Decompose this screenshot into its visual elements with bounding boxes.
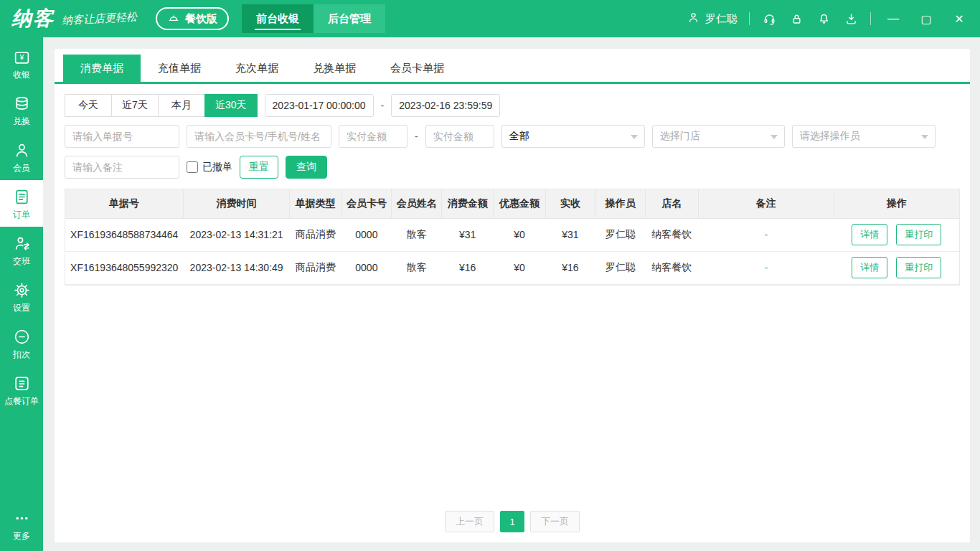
col-type: 单据类型 <box>290 189 341 218</box>
app-logo: 纳客 <box>11 5 55 32</box>
sidebar-item-member[interactable]: 会员 <box>0 133 43 180</box>
reprint-button[interactable]: 重打印 <box>896 224 941 245</box>
prev-page-button[interactable]: 上一页 <box>445 511 494 532</box>
col-member: 会员姓名 <box>392 189 442 218</box>
tab-back-management[interactable]: 后台管理 <box>314 4 385 33</box>
chevron-down-icon <box>921 135 928 139</box>
pagination: 上一页 1 下一页 <box>55 511 970 532</box>
user-menu[interactable]: 罗仁聪 <box>687 11 738 27</box>
tab-exchange-orders[interactable]: 兑换单据 <box>296 55 373 82</box>
cell-actions: 详情 重打印 <box>834 218 959 251</box>
date-from-input[interactable] <box>265 94 374 117</box>
sidebar-item-meal-orders[interactable]: 点餐订单 <box>0 367 43 413</box>
tab-front-cashier[interactable]: 前台收银 <box>242 4 314 33</box>
sidebar-item-shift[interactable]: 交班 <box>0 227 43 273</box>
edition-button[interactable]: 餐饮版 <box>156 7 229 30</box>
svg-text:¥: ¥ <box>19 54 24 62</box>
cell-member: 散客 <box>392 251 442 284</box>
cell-operator: 罗仁聪 <box>595 218 646 251</box>
col-store: 店名 <box>646 189 699 218</box>
table-row: XF16193648588734464 2023-02-13 14:31:21 … <box>65 218 959 251</box>
operator-select[interactable]: 请选择操作员 <box>792 125 936 148</box>
date-separator: - <box>381 100 385 111</box>
topbar: 纳客 纳客让店更轻松 餐饮版 前台收银 后台管理 罗仁聪 <box>0 0 980 37</box>
amount-max-input[interactable] <box>425 125 494 148</box>
divider <box>870 12 871 25</box>
store-select[interactable]: 选择门店 <box>652 125 785 148</box>
sidebar-item-exchange[interactable]: 兑换 <box>0 87 43 133</box>
headset-icon[interactable] <box>761 11 777 27</box>
sidebar: ¥ 收银 兑换 会员 订单 <box>0 37 43 551</box>
col-operator: 操作员 <box>595 189 646 218</box>
date-filter-row: 今天 近7天 本月 近30天 - <box>65 94 960 117</box>
detail-button[interactable]: 详情 <box>852 224 887 245</box>
divider <box>749 12 750 25</box>
tab-recharge-orders[interactable]: 充值单据 <box>141 55 218 82</box>
tab-consume-orders[interactable]: 消费单据 <box>63 55 141 82</box>
tab-membercard-orders[interactable]: 会员卡单据 <box>373 55 461 82</box>
filter-area: 今天 近7天 本月 近30天 - - 全部 <box>55 84 970 179</box>
tab-times-orders[interactable]: 充次单据 <box>218 55 296 82</box>
cell-operator: 罗仁聪 <box>595 251 646 284</box>
cloche-icon <box>167 11 180 27</box>
col-remark: 备注 <box>698 189 834 218</box>
app-slogan: 纳客让店更轻松 <box>62 10 138 27</box>
cell-actions: 详情 重打印 <box>834 251 959 284</box>
range-7days-button[interactable]: 近7天 <box>111 94 159 117</box>
cell-card-no: 0000 <box>341 218 392 251</box>
cell-amount: ¥31 <box>442 218 494 251</box>
gear-icon <box>13 281 31 301</box>
order-type-select[interactable]: 全部 <box>501 125 645 148</box>
member-search-input[interactable] <box>187 125 331 148</box>
range-today-button[interactable]: 今天 <box>65 94 112 117</box>
bell-icon[interactable] <box>816 11 831 27</box>
revoked-checkbox[interactable] <box>187 161 198 173</box>
search-filter-row: - 全部 选择门店 请选择操作员 <box>65 125 960 148</box>
col-order-no: 单据号 <box>65 189 183 218</box>
cell-time: 2023-02-13 14:30:49 <box>183 251 289 284</box>
sidebar-item-more[interactable]: 更多 <box>0 501 43 548</box>
query-button[interactable]: 查询 <box>286 156 327 179</box>
sidebar-item-cashier[interactable]: ¥ 收银 <box>0 40 43 87</box>
order-no-input[interactable] <box>65 125 179 148</box>
maximize-button[interactable]: ▢ <box>915 8 937 29</box>
sidebar-item-orders[interactable]: 订单 <box>0 180 43 227</box>
top-nav: 前台收银 后台管理 <box>242 4 385 33</box>
reset-button[interactable]: 重置 <box>240 156 278 179</box>
lock-icon[interactable] <box>788 11 804 27</box>
table-header-row: 单据号 消费时间 单据类型 会员卡号 会员姓名 消费金额 优惠金额 实收 操作员… <box>65 189 959 218</box>
order-type-tabs: 消费单据 充值单据 充次单据 兑换单据 会员卡单据 <box>55 49 970 82</box>
col-amount: 消费金额 <box>442 189 494 218</box>
chevron-down-icon <box>631 135 638 139</box>
detail-button[interactable]: 详情 <box>852 257 887 278</box>
orders-panel: 消费单据 充值单据 充次单据 兑换单据 会员卡单据 今天 近7天 本月 近30天… <box>55 49 970 542</box>
chevron-down-icon <box>771 135 778 139</box>
col-time: 消费时间 <box>183 189 289 218</box>
sidebar-item-settings[interactable]: 设置 <box>0 273 43 320</box>
user-icon <box>687 11 700 27</box>
page-1-button[interactable]: 1 <box>500 511 524 532</box>
range-30days-button[interactable]: 近30天 <box>204 94 258 117</box>
download-icon[interactable] <box>843 11 859 27</box>
amount-separator: - <box>415 131 418 142</box>
close-button[interactable]: ✕ <box>948 8 970 29</box>
range-month-button[interactable]: 本月 <box>158 94 205 117</box>
reprint-button[interactable]: 重打印 <box>896 257 941 278</box>
sidebar-item-deduct[interactable]: 扣次 <box>0 320 43 367</box>
cell-time: 2023-02-13 14:31:21 <box>183 218 289 251</box>
date-to-input[interactable] <box>391 94 500 117</box>
amount-min-input[interactable] <box>339 125 407 148</box>
coins-icon <box>13 95 31 115</box>
col-actions: 操作 <box>834 189 959 218</box>
cell-member: 散客 <box>392 218 442 251</box>
col-card-no: 会员卡号 <box>341 189 392 218</box>
remark-input[interactable] <box>65 156 179 179</box>
cell-store: 纳客餐饮 <box>646 218 699 251</box>
next-page-button[interactable]: 下一页 <box>530 511 580 532</box>
cell-amount: ¥16 <box>442 251 494 284</box>
cashier-icon: ¥ <box>13 48 31 68</box>
cell-paid: ¥16 <box>545 251 595 284</box>
col-paid: 实收 <box>545 189 595 218</box>
deduct-icon <box>13 328 31 348</box>
minimize-button[interactable]: — <box>882 8 904 29</box>
